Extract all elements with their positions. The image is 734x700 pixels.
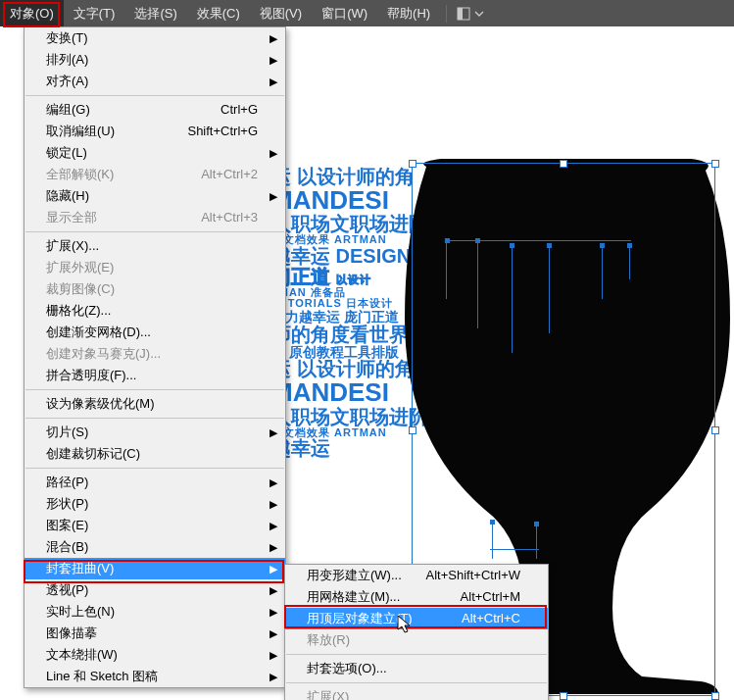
submenu-arrow-icon: ▶ (269, 27, 277, 49)
object-menu-item[interactable]: 切片(S)▶ (24, 422, 285, 443)
object-menu-item[interactable]: 形状(P)▶ (24, 493, 285, 515)
object-menu-item[interactable]: 图案(E)▶ (24, 515, 285, 536)
menu-item-label: 创建渐变网格(D)... (46, 322, 151, 343)
direction-line (492, 520, 493, 559)
selection-handle[interactable] (560, 160, 567, 168)
submenu-arrow-icon: ▶ (269, 536, 277, 558)
submenu-arrow-icon: ▶ (269, 666, 277, 687)
object-menu-item[interactable]: 排列(A)▶ (24, 49, 285, 71)
menu-item-label: 透视(P) (46, 579, 88, 601)
submenu-arrow-icon: ▶ (269, 579, 277, 601)
menu-object[interactable]: 对象(O) (0, 0, 64, 26)
menu-effect[interactable]: 效果(C) (187, 0, 250, 26)
menu-item-label: 路径(P) (46, 472, 88, 493)
direction-line (477, 240, 478, 328)
object-menu-item[interactable]: 对齐(A)▶ (24, 71, 285, 92)
menu-item-label: 实时上色(N) (46, 601, 115, 623)
selection-handle[interactable] (711, 160, 719, 168)
direction-line (549, 245, 550, 333)
object-menu-item[interactable]: 隐藏(H)▶ (24, 185, 285, 207)
menu-separator (25, 468, 284, 469)
object-menu-item: 全部解锁(K)Alt+Ctrl+2 (24, 164, 285, 185)
menu-item-label: 封套选项(O)... (307, 658, 387, 679)
envelope-submenu-item[interactable]: 用网格建立(M)...Alt+Ctrl+M (285, 586, 548, 608)
selection-handle[interactable] (560, 692, 567, 700)
object-menu-item[interactable]: 图像描摹▶ (24, 623, 285, 644)
menu-item-label: 排列(A) (46, 49, 88, 71)
menu-item-label: 释放(R) (307, 629, 350, 651)
object-menu-item[interactable]: 混合(B)▶ (24, 536, 285, 558)
submenu-arrow-icon: ▶ (269, 472, 277, 493)
object-menu-item[interactable]: Line 和 Sketch 图稿▶ (24, 666, 285, 687)
menu-item-label: 创建对象马赛克(J)... (46, 343, 161, 365)
object-menu-item[interactable]: 设为像素级优化(M) (24, 393, 285, 415)
object-menu-item[interactable]: 透视(P)▶ (24, 579, 285, 601)
menu-select[interactable]: 选择(S) (124, 0, 186, 26)
object-menu-item[interactable]: 封套扭曲(V)▶ (24, 558, 285, 579)
object-menu-item[interactable]: 创建渐变网格(D)... (24, 322, 285, 343)
submenu-arrow-icon: ▶ (269, 601, 277, 623)
direction-line (446, 240, 447, 299)
menu-item-shortcut: Alt+Ctrl+M (461, 586, 520, 608)
selection-handle[interactable] (711, 692, 719, 700)
menu-separator (25, 389, 284, 390)
object-menu-item[interactable]: 扩展(X)... (24, 235, 285, 257)
menu-separator (286, 654, 547, 655)
envelope-submenu-item[interactable]: 用变形建立(W)...Alt+Shift+Ctrl+W (285, 565, 548, 586)
menu-separator (25, 231, 284, 232)
direction-line (490, 549, 539, 550)
menu-item-shortcut: Alt+Ctrl+2 (201, 164, 258, 185)
menu-item-label: 扩展外观(E) (46, 257, 114, 278)
submenu-arrow-icon: ▶ (269, 493, 277, 515)
object-menu-item: 显示全部Alt+Ctrl+3 (24, 207, 285, 228)
menu-item-label: 拼合透明度(F)... (46, 365, 136, 386)
menu-item-label: 图案(E) (46, 515, 88, 536)
menu-separator (286, 682, 547, 683)
object-menu-item[interactable]: 文本绕排(W)▶ (24, 644, 285, 666)
menu-item-label: 隐藏(H) (46, 185, 89, 207)
menu-item-label: 创建裁切标记(C) (46, 443, 140, 465)
selection-handle[interactable] (409, 160, 416, 168)
menu-bar: 对象(O) 文字(T) 选择(S) 效果(C) 视图(V) 窗口(W) 帮助(H… (0, 0, 734, 26)
object-menu-item[interactable]: 创建裁切标记(C) (24, 443, 285, 465)
menu-help[interactable]: 帮助(H) (377, 0, 440, 26)
direction-line (512, 245, 513, 353)
dropdown-caret-icon[interactable] (474, 7, 488, 21)
arrange-docs-icon[interactable] (457, 7, 470, 21)
direction-line (629, 245, 630, 279)
menu-item-label: 锁定(L) (46, 142, 87, 164)
object-menu-item[interactable]: 栅格化(Z)... (24, 300, 285, 322)
object-menu-item[interactable]: 拼合透明度(F)... (24, 365, 285, 386)
menu-separator (25, 95, 284, 96)
menu-item-label: 用网格建立(M)... (307, 586, 400, 608)
menu-item-label: 扩展(X) (307, 686, 349, 700)
menu-item-label: 裁剪图像(C) (46, 278, 115, 300)
menu-item-label: 文本绕排(W) (46, 644, 118, 666)
object-menu-item[interactable]: 路径(P)▶ (24, 472, 285, 493)
menu-item-shortcut: Ctrl+G (220, 99, 258, 121)
object-menu-item: 创建对象马赛克(J)... (24, 343, 285, 365)
envelope-submenu-item[interactable]: 用顶层对象建立(T)Alt+Ctrl+C (285, 608, 548, 629)
menu-window[interactable]: 窗口(W) (312, 0, 377, 26)
menu-text[interactable]: 文字(T) (64, 0, 125, 26)
selection-handle[interactable] (409, 426, 416, 434)
object-menu-item[interactable]: 锁定(L)▶ (24, 142, 285, 164)
submenu-arrow-icon: ▶ (269, 623, 277, 644)
envelope-submenu-item[interactable]: 封套选项(O)... (285, 658, 548, 679)
object-menu-item: 裁剪图像(C) (24, 278, 285, 300)
menu-view[interactable]: 视图(V) (250, 0, 312, 26)
direction-line (536, 522, 537, 559)
menu-item-label: 用顶层对象建立(T) (307, 608, 413, 629)
menu-item-shortcut: Alt+Shift+Ctrl+W (426, 565, 520, 586)
object-menu-item[interactable]: 实时上色(N)▶ (24, 601, 285, 623)
menu-item-label: 图像描摹 (46, 623, 97, 644)
object-menu-dropdown: 变换(T)▶排列(A)▶对齐(A)▶编组(G)Ctrl+G取消编组(U)Shif… (24, 26, 286, 688)
object-menu-item[interactable]: 变换(T)▶ (24, 27, 285, 49)
submenu-arrow-icon: ▶ (269, 515, 277, 536)
object-menu-item[interactable]: 取消编组(U)Shift+Ctrl+G (24, 121, 285, 142)
menu-item-shortcut: Alt+Ctrl+C (462, 608, 520, 629)
menu-item-label: 变换(T) (46, 27, 88, 49)
object-menu-item[interactable]: 编组(G)Ctrl+G (24, 99, 285, 121)
menu-divider (446, 5, 447, 23)
selection-handle[interactable] (711, 426, 719, 434)
